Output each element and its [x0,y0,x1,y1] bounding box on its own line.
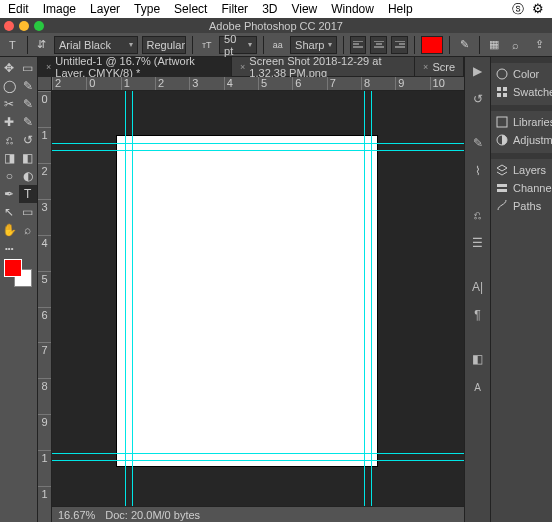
play-icon[interactable]: ▶ [468,61,488,81]
menu-view[interactable]: View [291,2,317,16]
guide-horizontal[interactable] [52,150,464,151]
close-window[interactable] [4,21,14,31]
antialias-select[interactable]: Sharp▾ [290,36,337,54]
share-icon[interactable]: ⇪ [530,36,548,54]
guide-horizontal[interactable] [52,460,464,461]
font-family-select[interactable]: Arial Black▾ [54,36,138,54]
tab-scre[interactable]: ×Scre [415,57,464,77]
menubar-icon[interactable]: ⚙ [532,1,544,18]
character-icon[interactable]: A| [468,277,488,297]
svg-rect-3 [497,93,501,97]
paragraph-icon[interactable]: ¶ [468,305,488,325]
zoom-level[interactable]: 16.67% [58,509,95,521]
guide-horizontal[interactable] [52,453,464,454]
align-panel-icon[interactable]: ☰ [468,233,488,253]
menu-layer[interactable]: Layer [90,2,120,16]
app-title: Adobe Photoshop CC 2017 [209,20,343,32]
panel-channels[interactable]: Channels [491,179,552,197]
guide-vertical[interactable] [364,91,365,506]
brush-tool[interactable]: ✎ [19,113,38,131]
menu-3d[interactable]: 3D [262,2,277,16]
skype-icon[interactable]: ⓢ [512,1,524,18]
guide-vertical[interactable] [125,91,126,506]
tab-screenshot[interactable]: ×Screen Shot 2018-12-29 at 1.32.38 PM.pn… [232,57,415,77]
zoom-window[interactable] [34,21,44,31]
glyphs-icon[interactable]: A [468,377,488,397]
color-swatches [0,257,37,291]
brushes-icon[interactable]: ⌇ [468,161,488,181]
canvas-viewport[interactable] [52,91,464,506]
type-tool[interactable]: T [19,185,38,203]
crop-tool[interactable]: ✂ [0,95,19,113]
type-tool-icon[interactable]: T [4,36,21,54]
menu-help[interactable]: Help [388,2,413,16]
panel-color[interactable]: Color [491,65,552,83]
warp-text-button[interactable]: ✎ [456,36,473,54]
eraser-tool[interactable]: ◨ [0,149,19,167]
foreground-color[interactable] [4,259,22,277]
path-select-tool[interactable]: ↖ [0,203,19,221]
pen-tool[interactable]: ✒ [0,185,19,203]
clone-tool[interactable]: ⎌ [0,131,19,149]
svg-point-0 [497,69,507,79]
quick-select-tool[interactable]: ✎ [19,77,38,95]
layer-comps-icon[interactable]: ◧ [468,349,488,369]
svg-rect-7 [497,184,507,187]
artboard[interactable] [117,136,377,466]
font-size-icon: тT [198,36,215,54]
zoom-tool[interactable]: ⌕ [19,221,38,239]
menu-filter[interactable]: Filter [221,2,248,16]
character-panel-button[interactable]: ▦ [485,36,502,54]
traffic-lights [4,21,44,31]
clone-source-icon[interactable]: ⎌ [468,205,488,225]
panel-paths[interactable]: Paths [491,197,552,215]
orientation-toggle[interactable]: ⇵ [33,36,50,54]
close-tab-icon[interactable]: × [423,62,428,72]
font-size-select[interactable]: 50 pt▾ [219,36,257,54]
gradient-tool[interactable]: ◧ [19,149,38,167]
menu-window[interactable]: Window [331,2,374,16]
healing-tool[interactable]: ✚ [0,113,19,131]
shape-tool[interactable]: ▭ [19,203,38,221]
guide-vertical[interactable] [132,91,133,506]
dodge-tool[interactable]: ◐ [19,167,38,185]
eyedropper-tool[interactable]: ✎ [19,95,38,113]
panel-adjustments[interactable]: Adjustment. [491,131,552,149]
svg-rect-5 [497,117,507,127]
font-style-select[interactable]: Regular [142,36,186,54]
svg-rect-4 [503,93,507,97]
close-tab-icon[interactable]: × [240,62,245,72]
menu-type[interactable]: Type [134,2,160,16]
guide-horizontal[interactable] [52,143,464,144]
align-center-button[interactable] [370,36,387,54]
guide-vertical[interactable] [371,91,372,506]
menu-edit[interactable]: Edit [8,2,29,16]
ruler-origin[interactable] [38,77,52,91]
panel-swatches[interactable]: Swatches [491,83,552,101]
menu-select[interactable]: Select [174,2,207,16]
brush-settings-icon[interactable]: ✎ [468,133,488,153]
history-brush-tool[interactable]: ↺ [19,131,38,149]
tab-untitled-1[interactable]: ×Untitled-1 @ 16.7% (Artwork Layer, CMYK… [38,57,232,77]
search-icon[interactable]: ⌕ [506,36,524,54]
panel-layers[interactable]: Layers [491,161,552,179]
window-titlebar: Adobe Photoshop CC 2017 [0,18,552,33]
marquee-tool[interactable]: ▭ [19,59,38,77]
minimize-window[interactable] [19,21,29,31]
doc-info[interactable]: Doc: 20.0M/0 bytes [105,509,200,521]
move-tool[interactable]: ✥ [0,59,19,77]
align-right-button[interactable] [391,36,408,54]
options-bar: T ⇵ Arial Black▾ Regular тT 50 pt▾ aa Sh… [0,33,552,57]
more-tools[interactable]: ••• [0,239,19,257]
close-tab-icon[interactable]: × [46,62,51,72]
panel-libraries[interactable]: Libraries [491,113,552,131]
blur-tool[interactable]: ○ [0,167,19,185]
align-left-button[interactable] [350,36,367,54]
text-color-swatch[interactable] [421,36,443,54]
history-icon[interactable]: ↺ [468,89,488,109]
hand-tool[interactable]: ✋ [0,221,19,239]
ruler-horizontal[interactable]: 2012345678910 [52,77,464,91]
lasso-tool[interactable]: ◯ [0,77,19,95]
menu-image[interactable]: Image [43,2,76,16]
ruler-vertical[interactable]: 012345678911 [38,91,52,522]
